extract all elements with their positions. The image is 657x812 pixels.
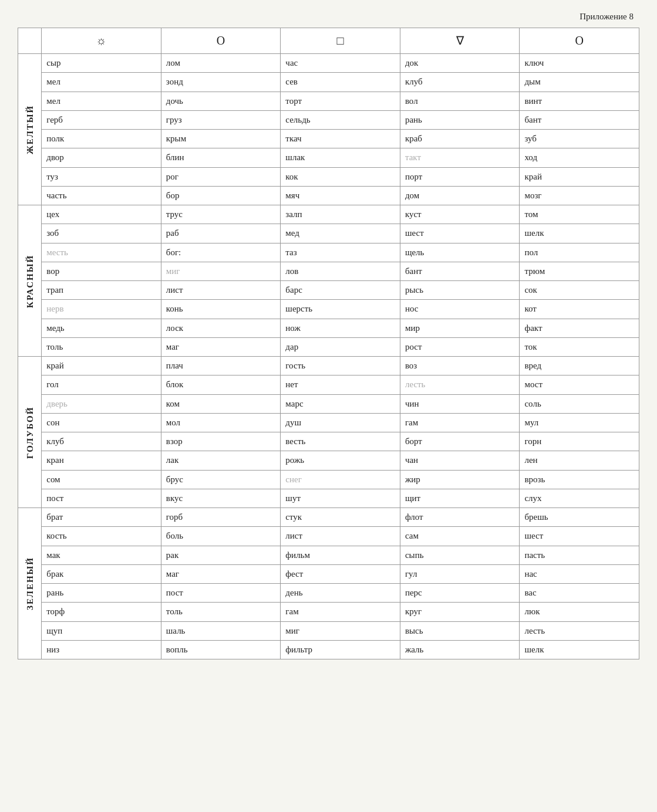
word-cell: зоб bbox=[42, 224, 161, 243]
word-cell: мир bbox=[400, 319, 520, 337]
word-cell: брак bbox=[42, 564, 161, 583]
word-cell: клуб bbox=[400, 73, 520, 92]
word-cell: горб bbox=[161, 508, 281, 527]
word-cell: ткач bbox=[281, 130, 400, 148]
word-cell: воз bbox=[400, 357, 520, 375]
word-cell: мозг bbox=[520, 186, 639, 205]
table-row: макракфильмсыпьпасть bbox=[18, 546, 639, 564]
word-cell: лом bbox=[161, 54, 281, 73]
table-row: дверькоммарсчинсоль bbox=[18, 394, 639, 413]
word-cell: герб bbox=[42, 110, 161, 129]
table-row: низвопльфильтржальшелк bbox=[18, 640, 639, 659]
section-label-голубой: ГОЛУБОЙ bbox=[18, 357, 42, 508]
word-cell: рост bbox=[400, 337, 520, 356]
word-cell: сок bbox=[520, 281, 639, 300]
table-row: КРАСНЫЙцехтрусзалпкусттом bbox=[18, 205, 639, 224]
table-row: мелзондсевклубдым bbox=[18, 73, 639, 92]
table-row: сомбрусснегжирврозь bbox=[18, 470, 639, 489]
word-cell: круг bbox=[400, 603, 520, 621]
word-cell: маг bbox=[161, 564, 281, 583]
table-row: бракмагфестгулнас bbox=[18, 564, 639, 583]
appendix-label: Приложение 8 bbox=[579, 12, 634, 21]
word-cell: раб bbox=[161, 224, 281, 243]
word-cell: лист bbox=[281, 527, 400, 546]
word-cell: край bbox=[42, 357, 161, 375]
word-cell: шут bbox=[281, 489, 400, 508]
word-cell: брат bbox=[42, 508, 161, 527]
word-cell: крым bbox=[161, 130, 281, 148]
table-row: голблокнетлестьмост bbox=[18, 375, 639, 394]
table-row: поствкусшутщитслух bbox=[18, 489, 639, 508]
word-cell: месть bbox=[42, 243, 161, 262]
label-col-header bbox=[18, 28, 42, 54]
word-cell: взор bbox=[161, 432, 281, 451]
word-cell: чан bbox=[400, 451, 520, 470]
word-cell: сыпь bbox=[400, 546, 520, 564]
word-cell: винт bbox=[520, 92, 639, 110]
word-cell: рак bbox=[161, 546, 281, 564]
word-cell: такт bbox=[400, 148, 520, 167]
word-cell: вас bbox=[520, 584, 639, 603]
table-row: клубвзорвестьбортгорн bbox=[18, 432, 639, 451]
word-cell: мед bbox=[281, 224, 400, 243]
word-cell: сам bbox=[400, 527, 520, 546]
word-cell: мяч bbox=[281, 186, 400, 205]
word-cell: дым bbox=[520, 73, 639, 92]
word-cell: люк bbox=[520, 603, 639, 621]
word-cell: брешь bbox=[520, 508, 639, 527]
col-header-4: O bbox=[520, 28, 639, 54]
word-cell: полк bbox=[42, 130, 161, 148]
word-cell: чин bbox=[400, 394, 520, 413]
word-cell: нос bbox=[400, 300, 520, 319]
table-row: полккрымткачкрабзуб bbox=[18, 130, 639, 148]
word-cell: лист bbox=[161, 281, 281, 300]
word-cell: шерсть bbox=[281, 300, 400, 319]
main-table: ☼ O □ ∇ O ЖЕЛТЫЙсырломчасдокключмелзондс… bbox=[18, 28, 639, 659]
word-cell: торт bbox=[281, 92, 400, 110]
word-cell: плач bbox=[161, 357, 281, 375]
word-cell: факт bbox=[520, 319, 639, 337]
word-cell: снег bbox=[281, 470, 400, 489]
word-cell: лоск bbox=[161, 319, 281, 337]
word-cell: вол bbox=[400, 92, 520, 110]
word-cell: весть bbox=[281, 432, 400, 451]
word-cell: шелк bbox=[520, 224, 639, 243]
word-cell: мул bbox=[520, 413, 639, 432]
word-cell: бор bbox=[161, 186, 281, 205]
table-row: медьлоскножмирфакт bbox=[18, 319, 639, 337]
word-cell: щель bbox=[400, 243, 520, 262]
word-cell: ход bbox=[520, 148, 639, 167]
table-row: костьбольлистсамшест bbox=[18, 527, 639, 546]
word-cell: ком bbox=[161, 394, 281, 413]
word-cell: блок bbox=[161, 375, 281, 394]
section-label-желтый: ЖЕЛТЫЙ bbox=[18, 54, 42, 205]
section-label-зеленый: ЗЕЛЕНЫЙ bbox=[18, 508, 42, 659]
word-cell: бант bbox=[400, 262, 520, 280]
word-cell: рысь bbox=[400, 281, 520, 300]
word-cell: слух bbox=[520, 489, 639, 508]
word-cell: бант bbox=[520, 110, 639, 129]
table-row: ЖЕЛТЫЙсырломчасдокключ bbox=[18, 54, 639, 73]
word-cell: лак bbox=[161, 451, 281, 470]
word-cell: рань bbox=[42, 584, 161, 603]
word-cell: бог: bbox=[161, 243, 281, 262]
word-cell: блин bbox=[161, 148, 281, 167]
table-row: торфтольгамкруглюк bbox=[18, 603, 639, 621]
word-cell: фильтр bbox=[281, 640, 400, 659]
word-cell: дар bbox=[281, 337, 400, 356]
word-cell: сыр bbox=[42, 54, 161, 73]
word-cell: шлак bbox=[281, 148, 400, 167]
table-row: ЗЕЛЕНЫЙбратгорбстукфлотбрешь bbox=[18, 508, 639, 527]
table-row: сонмолдушгаммул bbox=[18, 413, 639, 432]
word-cell: марс bbox=[281, 394, 400, 413]
word-cell: мел bbox=[42, 73, 161, 92]
word-cell: мост bbox=[520, 375, 639, 394]
word-cell: пост bbox=[42, 489, 161, 508]
word-cell: гость bbox=[281, 357, 400, 375]
word-cell: перс bbox=[400, 584, 520, 603]
col-header-3: ∇ bbox=[400, 28, 520, 54]
word-cell: низ bbox=[42, 640, 161, 659]
word-cell: рожь bbox=[281, 451, 400, 470]
word-cell: гам bbox=[400, 413, 520, 432]
word-cell: лесть bbox=[400, 375, 520, 394]
